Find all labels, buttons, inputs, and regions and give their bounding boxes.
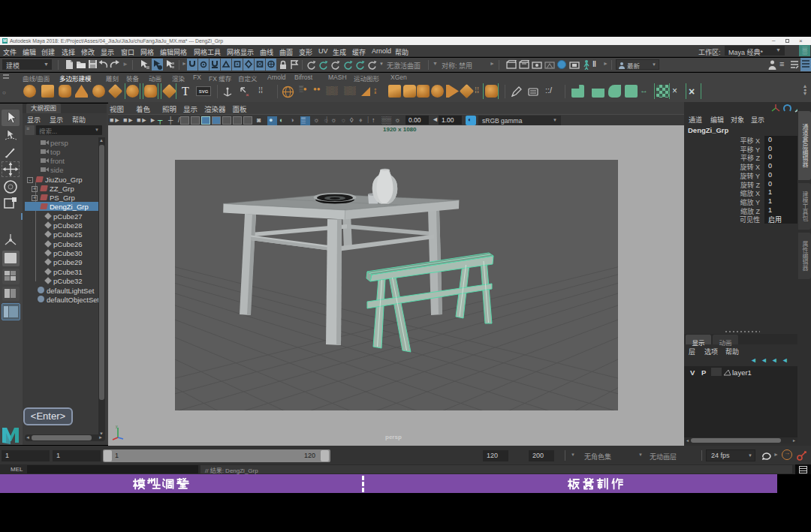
svg-text:×: × <box>246 92 249 98</box>
